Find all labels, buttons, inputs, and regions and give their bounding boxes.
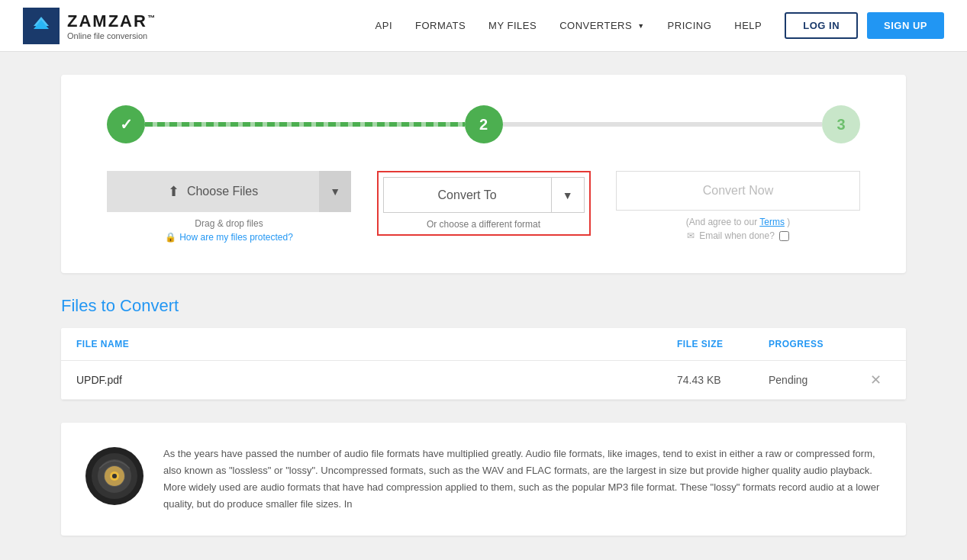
terms-text: (And agree to our	[686, 217, 760, 227]
nav-formats[interactable]: FORMATS	[415, 20, 466, 31]
choose-files-button[interactable]: ⬆ Choose Files	[107, 171, 319, 212]
files-table: FILE NAME FILE SIZE PROGRESS UPDF.pdf 74…	[61, 328, 906, 400]
email-when-done-checkbox[interactable]	[779, 231, 789, 241]
drag-drop-label: Drag & drop files	[195, 218, 263, 229]
file-progress: Pending	[769, 374, 860, 386]
convert-to-select[interactable]: Convert To	[383, 177, 552, 213]
file-protection-link[interactable]: 🔒 How are my files protected?	[165, 232, 293, 243]
logo-area: ZAMZAR™ Online file conversion	[23, 8, 156, 44]
email-icon: ✉	[687, 230, 695, 241]
actions-row: ⬆ Choose Files ▼ Drag & drop files 🔒 How…	[107, 171, 860, 243]
main-content: ✓ 2 3 ⬆ Choose Files ▼	[0, 52, 967, 558]
convert-to-select-wrap: Convert To ▼	[383, 177, 585, 213]
header: ZAMZAR™ Online file conversion API FORMA…	[0, 0, 967, 52]
step-line-1-2	[145, 122, 465, 127]
col-header-action	[860, 339, 891, 349]
steps-row: ✓ 2 3	[107, 105, 860, 143]
files-title: Files to Convert	[61, 296, 906, 316]
chevron-down-icon: ▼	[330, 185, 340, 198]
convert-to-subtitle: Or choose a different format	[427, 219, 540, 230]
choose-files-btn-wrap: ⬆ Choose Files ▼	[107, 171, 351, 212]
info-text: As the years have passed the number of a…	[163, 446, 883, 513]
terms-link[interactable]: Terms	[759, 217, 785, 227]
files-table-header: FILE NAME FILE SIZE PROGRESS	[61, 328, 906, 361]
logo-subtitle: Online file conversion	[67, 31, 156, 40]
logo-icon	[23, 8, 60, 44]
step-line-2-3	[503, 122, 823, 127]
terms-close: )	[787, 217, 790, 227]
info-image	[84, 446, 145, 507]
email-label: Email when done?	[699, 230, 775, 241]
convert-to-dropdown-button[interactable]: ▼	[552, 177, 585, 213]
choose-files-dropdown-button[interactable]: ▼	[319, 171, 351, 212]
convert-to-group: Convert To ▼ Or choose a different forma…	[377, 171, 591, 236]
signup-button[interactable]: SIGN UP	[867, 12, 944, 39]
info-section: As the years have passed the number of a…	[61, 423, 906, 536]
convert-now-button[interactable]: Convert Now	[616, 171, 860, 211]
convert-now-group: Convert Now (And agree to our Terms ) ✉ …	[616, 171, 860, 241]
chevron-down-icon: ▼	[562, 189, 573, 201]
step-1-bubble: ✓	[107, 105, 145, 143]
header-buttons: LOG IN SIGN UP	[785, 12, 944, 39]
files-title-highlight: Convert	[120, 296, 179, 315]
svg-point-9	[112, 474, 117, 478]
nav-api[interactable]: API	[376, 20, 392, 31]
nav-pricing[interactable]: PRICING	[668, 20, 712, 31]
email-when-done-row: ✉ Email when done?	[687, 230, 789, 241]
main-nav: API FORMATS MY FILES CONVERTERS ▼ PRICIN…	[376, 20, 762, 31]
choose-files-group: ⬆ Choose Files ▼ Drag & drop files 🔒 How…	[107, 171, 351, 243]
lock-icon: 🔒	[165, 232, 176, 243]
step-2-bubble: 2	[465, 105, 503, 143]
nav-my-files[interactable]: MY FILES	[488, 20, 537, 31]
conversion-card: ✓ 2 3 ⬆ Choose Files ▼	[61, 75, 906, 273]
remove-file-button[interactable]: ✕	[870, 373, 882, 387]
nav-converters[interactable]: CONVERTERS ▼	[559, 20, 644, 31]
table-row: UPDF.pdf 74.43 KB Pending ✕	[61, 361, 906, 400]
col-header-size: FILE SIZE	[677, 339, 769, 349]
nav-help[interactable]: HELP	[734, 20, 762, 31]
upload-icon: ⬆	[168, 183, 179, 200]
file-size: 74.43 KB	[677, 374, 769, 386]
login-button[interactable]: LOG IN	[785, 12, 858, 39]
file-remove-cell: ✕	[860, 373, 891, 387]
logo-name: ZAMZAR™	[67, 11, 156, 31]
col-header-name: FILE NAME	[76, 339, 677, 349]
vinyl-icon	[84, 446, 145, 507]
chevron-down-icon: ▼	[637, 22, 644, 30]
step-3-bubble: 3	[822, 105, 860, 143]
file-name: UPDF.pdf	[76, 374, 677, 386]
files-section: Files to Convert FILE NAME FILE SIZE PRO…	[61, 296, 906, 400]
col-header-progress: PROGRESS	[769, 339, 860, 349]
logo-text: ZAMZAR™ Online file conversion	[67, 11, 156, 40]
convert-now-terms: (And agree to our Terms )	[686, 217, 791, 227]
